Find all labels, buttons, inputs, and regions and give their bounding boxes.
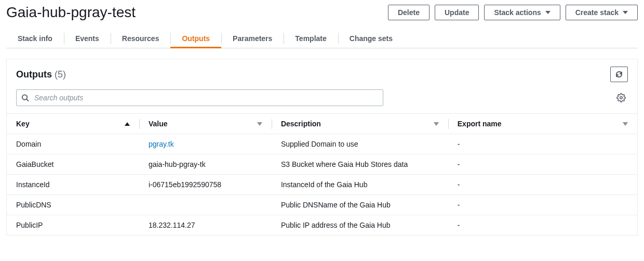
refresh-icon	[615, 70, 623, 79]
svg-point-0	[22, 95, 27, 99]
panel-count: (5)	[55, 69, 66, 80]
table-row: InstanceIdi-06715eb1992590758InstanceId …	[7, 175, 637, 195]
col-header-key[interactable]: Key	[7, 114, 139, 134]
create-stack-label: Create stack	[575, 8, 619, 17]
cell-key: PublicDNS	[7, 195, 139, 215]
chevron-down-icon	[623, 11, 628, 14]
cell-key: PublicIP	[7, 215, 139, 236]
search-box	[16, 89, 383, 106]
cell-description: S3 Bucket where Gaia Hub Stores data	[272, 154, 448, 175]
table-row: GaiaBucketgaia-hub-pgray-tkS3 Bucket whe…	[7, 154, 637, 175]
tab-template[interactable]: Template	[284, 29, 338, 48]
svg-line-1	[26, 99, 29, 101]
cell-description: Public IP address of the Gaia Hub	[272, 215, 448, 236]
table-row: PublicDNSPublic DNSName of the Gaia Hub-	[7, 195, 637, 215]
panel-title-text: Outputs	[16, 69, 52, 80]
tabs: Stack infoEventsResourcesOutputsParamete…	[6, 29, 638, 48]
cell-value: gaia-hub-pgray-tk	[139, 154, 272, 175]
cell-export-name: -	[448, 195, 637, 215]
cell-key: InstanceId	[7, 175, 139, 195]
gear-icon	[616, 93, 626, 102]
cell-value	[139, 195, 272, 215]
tab-stack-info[interactable]: Stack info	[6, 29, 64, 48]
search-icon	[21, 94, 29, 102]
cell-value: pgray.tk	[139, 134, 272, 154]
col-header-key-label: Key	[16, 120, 30, 128]
action-button-group: Delete Update Stack actions Create stack	[388, 5, 638, 20]
col-header-value-label: Value	[149, 120, 168, 128]
update-button[interactable]: Update	[435, 5, 479, 20]
panel-title: Outputs (5)	[16, 69, 66, 80]
tab-outputs[interactable]: Outputs	[170, 29, 221, 48]
cell-export-name: -	[448, 175, 637, 195]
cell-value: i-06715eb1992590758	[139, 175, 272, 195]
outputs-panel: Outputs (5)	[6, 59, 638, 236]
filter-icon	[623, 122, 628, 126]
col-header-description-label: Description	[281, 120, 321, 128]
cell-export-name: -	[448, 215, 637, 236]
chevron-down-icon	[545, 11, 551, 14]
delete-button[interactable]: Delete	[388, 5, 430, 20]
cell-description: Public DNSName of the Gaia Hub	[272, 195, 448, 215]
stack-actions-button[interactable]: Stack actions	[484, 5, 560, 20]
search-input[interactable]	[16, 89, 383, 106]
table-row: Domainpgray.tkSupplied Domain to use-	[7, 134, 637, 154]
cell-key: GaiaBucket	[7, 154, 139, 175]
tab-change-sets[interactable]: Change sets	[338, 29, 404, 48]
filter-icon	[257, 122, 262, 126]
col-header-export-name-label: Export name	[458, 120, 502, 128]
cell-value: 18.232.114.27	[139, 215, 272, 236]
col-header-description[interactable]: Description	[272, 114, 448, 134]
col-header-export-name[interactable]: Export name	[448, 114, 637, 134]
create-stack-button[interactable]: Create stack	[566, 5, 638, 20]
settings-button[interactable]	[614, 91, 628, 105]
refresh-button[interactable]	[610, 67, 628, 82]
sort-asc-icon	[125, 122, 130, 126]
outputs-table: Key Value Description	[7, 113, 637, 235]
value-link[interactable]: pgray.tk	[149, 140, 174, 148]
svg-point-2	[620, 97, 623, 99]
table-row: PublicIP18.232.114.27Public IP address o…	[7, 215, 637, 236]
cell-description: InstanceId of the Gaia Hub	[272, 175, 448, 195]
stack-actions-label: Stack actions	[494, 8, 541, 17]
cell-description: Supplied Domain to use	[272, 134, 448, 154]
filter-icon	[434, 122, 439, 126]
col-header-value[interactable]: Value	[139, 114, 272, 134]
cell-export-name: -	[448, 134, 637, 154]
page-title: Gaia-hub-pgray-test	[6, 4, 136, 21]
cell-export-name: -	[448, 154, 637, 175]
tab-events[interactable]: Events	[64, 29, 111, 48]
tab-resources[interactable]: Resources	[111, 29, 171, 48]
tab-parameters[interactable]: Parameters	[221, 29, 284, 48]
cell-key: Domain	[7, 134, 139, 154]
